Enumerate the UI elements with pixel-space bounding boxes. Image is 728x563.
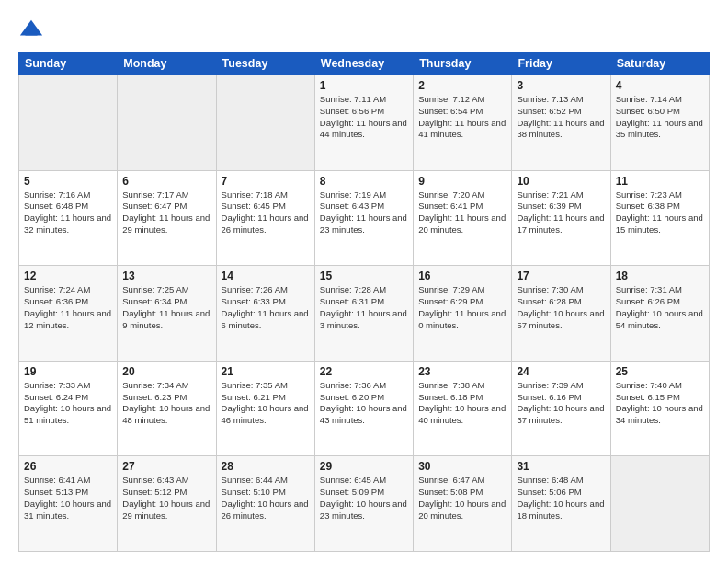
day-info: Sunrise: 7:11 AM Sunset: 6:56 PM Dayligh… (320, 94, 408, 141)
calendar-cell: 27Sunrise: 6:43 AM Sunset: 5:12 PM Dayli… (118, 456, 216, 552)
day-number: 6 (122, 175, 210, 188)
calendar-cell: 9Sunrise: 7:20 AM Sunset: 6:41 PM Daylig… (414, 170, 512, 266)
day-info: Sunrise: 7:38 AM Sunset: 6:18 PM Dayligh… (418, 380, 506, 427)
calendar-cell: 22Sunrise: 7:36 AM Sunset: 6:20 PM Dayli… (314, 361, 413, 456)
calendar-header-row: SundayMondayTuesdayWednesdayThursdayFrid… (19, 52, 710, 75)
day-info: Sunrise: 7:19 AM Sunset: 6:43 PM Dayligh… (320, 190, 408, 236)
day-number: 17 (517, 270, 605, 282)
calendar-week-1: 1Sunrise: 7:11 AM Sunset: 6:56 PM Daylig… (19, 75, 710, 171)
day-number: 9 (418, 175, 506, 188)
logo (18, 17, 48, 42)
calendar-cell: 8Sunrise: 7:19 AM Sunset: 6:43 PM Daylig… (314, 170, 413, 266)
day-number: 18 (616, 270, 704, 282)
day-number: 29 (320, 460, 408, 473)
day-number: 15 (320, 270, 408, 282)
calendar-cell: 13Sunrise: 7:25 AM Sunset: 6:34 PM Dayli… (118, 266, 216, 362)
calendar-cell: 30Sunrise: 6:47 AM Sunset: 5:08 PM Dayli… (414, 456, 512, 552)
calendar-cell: 12Sunrise: 7:24 AM Sunset: 6:36 PM Dayli… (19, 266, 118, 362)
day-info: Sunrise: 7:23 AM Sunset: 6:38 PM Dayligh… (616, 190, 704, 236)
calendar-cell: 18Sunrise: 7:31 AM Sunset: 6:26 PM Dayli… (610, 266, 709, 362)
header (18, 17, 710, 42)
day-info: Sunrise: 6:48 AM Sunset: 5:06 PM Dayligh… (517, 475, 605, 522)
day-info: Sunrise: 7:16 AM Sunset: 6:48 PM Dayligh… (24, 190, 112, 236)
calendar-cell: 2Sunrise: 7:12 AM Sunset: 6:54 PM Daylig… (414, 75, 512, 171)
calendar-cell (19, 75, 118, 171)
day-number: 21 (222, 365, 310, 378)
calendar-cell: 3Sunrise: 7:13 AM Sunset: 6:52 PM Daylig… (512, 75, 610, 171)
day-info: Sunrise: 7:34 AM Sunset: 6:23 PM Dayligh… (122, 380, 210, 427)
col-header-thursday: Thursday (414, 52, 512, 75)
day-info: Sunrise: 7:18 AM Sunset: 6:45 PM Dayligh… (222, 190, 310, 236)
calendar-cell (118, 75, 216, 171)
day-info: Sunrise: 7:21 AM Sunset: 6:39 PM Dayligh… (517, 190, 605, 236)
day-number: 28 (222, 460, 310, 473)
day-number: 23 (418, 365, 506, 378)
day-number: 26 (24, 460, 112, 473)
day-number: 27 (122, 460, 210, 473)
day-number: 3 (517, 79, 605, 92)
calendar-cell: 31Sunrise: 6:48 AM Sunset: 5:06 PM Dayli… (512, 456, 610, 552)
day-info: Sunrise: 6:45 AM Sunset: 5:09 PM Dayligh… (320, 475, 408, 522)
calendar-cell: 5Sunrise: 7:16 AM Sunset: 6:48 PM Daylig… (19, 170, 118, 266)
day-info: Sunrise: 7:13 AM Sunset: 6:52 PM Dayligh… (517, 94, 605, 141)
col-header-sunday: Sunday (19, 52, 118, 75)
col-header-friday: Friday (512, 52, 610, 75)
calendar-cell: 25Sunrise: 7:40 AM Sunset: 6:15 PM Dayli… (610, 361, 709, 456)
day-number: 4 (616, 79, 704, 92)
calendar-cell: 11Sunrise: 7:23 AM Sunset: 6:38 PM Dayli… (610, 170, 709, 266)
day-info: Sunrise: 6:43 AM Sunset: 5:12 PM Dayligh… (122, 475, 210, 522)
day-number: 11 (616, 175, 704, 188)
col-header-monday: Monday (118, 52, 216, 75)
day-info: Sunrise: 7:39 AM Sunset: 6:16 PM Dayligh… (517, 380, 605, 427)
logo-icon (18, 17, 44, 42)
day-info: Sunrise: 7:35 AM Sunset: 6:21 PM Dayligh… (222, 380, 310, 427)
day-number: 14 (222, 270, 310, 282)
day-info: Sunrise: 6:44 AM Sunset: 5:10 PM Dayligh… (222, 475, 310, 522)
calendar-cell: 17Sunrise: 7:30 AM Sunset: 6:28 PM Dayli… (512, 266, 610, 362)
day-info: Sunrise: 6:41 AM Sunset: 5:13 PM Dayligh… (24, 475, 112, 522)
day-number: 2 (418, 79, 506, 92)
day-number: 10 (517, 175, 605, 188)
day-number: 30 (418, 460, 506, 473)
day-number: 19 (24, 365, 112, 378)
day-info: Sunrise: 7:20 AM Sunset: 6:41 PM Dayligh… (418, 190, 506, 236)
calendar-cell: 21Sunrise: 7:35 AM Sunset: 6:21 PM Dayli… (216, 361, 314, 456)
calendar-cell: 16Sunrise: 7:29 AM Sunset: 6:29 PM Dayli… (414, 266, 512, 362)
day-number: 5 (24, 175, 112, 188)
day-info: Sunrise: 7:14 AM Sunset: 6:50 PM Dayligh… (616, 94, 704, 141)
calendar-cell: 10Sunrise: 7:21 AM Sunset: 6:39 PM Dayli… (512, 170, 610, 266)
calendar-week-4: 19Sunrise: 7:33 AM Sunset: 6:24 PM Dayli… (19, 361, 710, 456)
day-info: Sunrise: 7:25 AM Sunset: 6:34 PM Dayligh… (122, 284, 210, 331)
day-info: Sunrise: 7:28 AM Sunset: 6:31 PM Dayligh… (320, 284, 408, 331)
calendar-table: SundayMondayTuesdayWednesdayThursdayFrid… (18, 52, 710, 552)
day-info: Sunrise: 6:47 AM Sunset: 5:08 PM Dayligh… (418, 475, 506, 522)
day-info: Sunrise: 7:17 AM Sunset: 6:47 PM Dayligh… (122, 190, 210, 236)
calendar-cell (610, 456, 709, 552)
day-info: Sunrise: 7:30 AM Sunset: 6:28 PM Dayligh… (517, 284, 605, 331)
day-info: Sunrise: 7:40 AM Sunset: 6:15 PM Dayligh… (616, 380, 704, 427)
day-number: 16 (418, 270, 506, 282)
day-info: Sunrise: 7:31 AM Sunset: 6:26 PM Dayligh… (616, 284, 704, 331)
calendar-cell: 1Sunrise: 7:11 AM Sunset: 6:56 PM Daylig… (314, 75, 413, 171)
col-header-wednesday: Wednesday (314, 52, 413, 75)
calendar-cell: 14Sunrise: 7:26 AM Sunset: 6:33 PM Dayli… (216, 266, 314, 362)
day-number: 22 (320, 365, 408, 378)
calendar-week-2: 5Sunrise: 7:16 AM Sunset: 6:48 PM Daylig… (19, 170, 710, 266)
day-number: 1 (320, 79, 408, 92)
calendar-cell: 19Sunrise: 7:33 AM Sunset: 6:24 PM Dayli… (19, 361, 118, 456)
calendar-cell: 23Sunrise: 7:38 AM Sunset: 6:18 PM Dayli… (414, 361, 512, 456)
day-info: Sunrise: 7:24 AM Sunset: 6:36 PM Dayligh… (24, 284, 112, 331)
calendar-week-3: 12Sunrise: 7:24 AM Sunset: 6:36 PM Dayli… (19, 266, 710, 362)
col-header-tuesday: Tuesday (216, 52, 314, 75)
calendar-cell: 20Sunrise: 7:34 AM Sunset: 6:23 PM Dayli… (118, 361, 216, 456)
day-number: 20 (122, 365, 210, 378)
day-number: 31 (517, 460, 605, 473)
page: SundayMondayTuesdayWednesdayThursdayFrid… (0, 0, 728, 563)
day-info: Sunrise: 7:29 AM Sunset: 6:29 PM Dayligh… (418, 284, 506, 331)
day-number: 8 (320, 175, 408, 188)
calendar-cell: 4Sunrise: 7:14 AM Sunset: 6:50 PM Daylig… (610, 75, 709, 171)
svg-rect-1 (25, 32, 37, 36)
calendar-cell: 29Sunrise: 6:45 AM Sunset: 5:09 PM Dayli… (314, 456, 413, 552)
calendar-cell (216, 75, 314, 171)
calendar-week-5: 26Sunrise: 6:41 AM Sunset: 5:13 PM Dayli… (19, 456, 710, 552)
